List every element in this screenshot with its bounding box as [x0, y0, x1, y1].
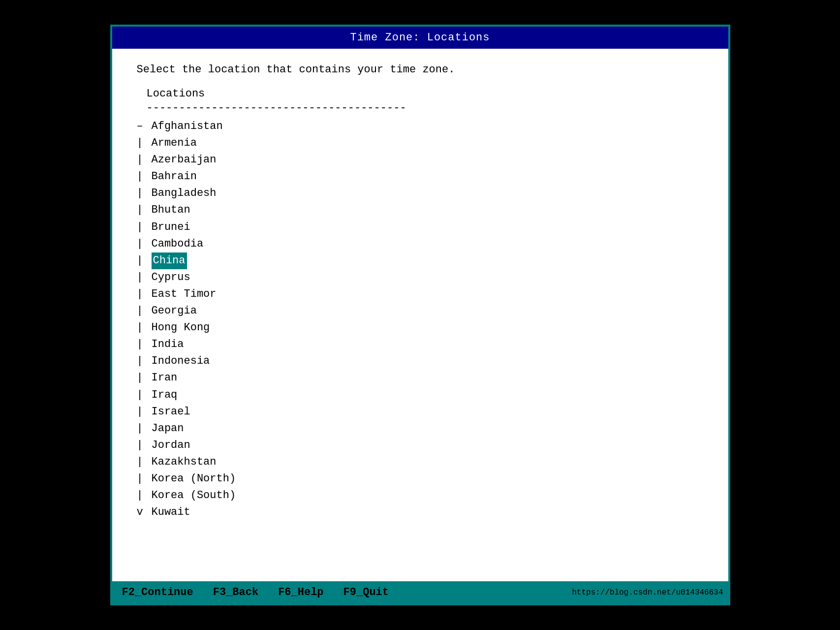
list-item[interactable]: |Iran	[137, 370, 704, 386]
footer-key[interactable]: F2_Continue	[122, 586, 193, 598]
list-item[interactable]: |East Timor	[137, 286, 704, 303]
separator: ----------------------------------------	[147, 102, 704, 114]
window-title: Time Zone: Locations	[350, 32, 490, 44]
list-item[interactable]: |India	[137, 336, 704, 353]
footer-bar: F2_ContinueF3_BackF6_HelpF9_Quithttps://…	[112, 581, 728, 603]
footer-key[interactable]: F6_Help	[278, 586, 323, 598]
list-item[interactable]: |Cyprus	[137, 269, 704, 286]
locations-label: Locations	[147, 88, 704, 100]
list-item-text: Japan	[152, 420, 184, 437]
list-item-prefix: |	[137, 236, 152, 252]
list-item-prefix: |	[137, 319, 152, 336]
list-item[interactable]: |Japan	[137, 420, 704, 437]
list-item[interactable]: |Korea (South)	[137, 487, 704, 504]
list-item-text: Iran	[152, 370, 178, 386]
title-bar: Time Zone: Locations	[112, 27, 728, 49]
list-item-text: Kazakhstan	[152, 454, 217, 471]
list-item[interactable]: |Israel	[137, 404, 704, 420]
instruction-text: Select the location that contains your t…	[137, 63, 704, 76]
list-item[interactable]: |Hong Kong	[137, 319, 704, 336]
list-item-prefix: –	[137, 118, 152, 135]
list-item[interactable]: –Afghanistan	[137, 118, 704, 135]
list-item[interactable]: |Azerbaijan	[137, 152, 704, 168]
list-item-prefix: |	[137, 219, 152, 236]
list-item[interactable]: |Indonesia	[137, 353, 704, 370]
list-item-prefix: |	[137, 135, 152, 152]
list-item-text: Armenia	[152, 135, 197, 152]
list-item-text: Georgia	[152, 303, 197, 319]
main-window: Time Zone: Locations Select the location…	[110, 25, 730, 605]
list-item-prefix: |	[137, 471, 152, 487]
list-item-prefix: |	[137, 185, 152, 202]
list-item-text: Korea (North)	[152, 471, 236, 487]
list-item[interactable]: |Bahrain	[137, 168, 704, 185]
list-item-text: Korea (South)	[152, 487, 236, 504]
footer-key[interactable]: F9_Quit	[343, 586, 389, 598]
list-item-text: Iraq	[152, 387, 178, 404]
list-item-text: Cambodia	[152, 236, 204, 252]
list-item-prefix: |	[137, 303, 152, 319]
footer-url: https://blog.csdn.net/u014346634	[572, 588, 723, 597]
list-item-prefix: |	[137, 454, 152, 471]
list-item-text: Bahrain	[152, 168, 197, 185]
list-item-text: Jordan	[152, 437, 190, 454]
list-item-prefix: |	[137, 269, 152, 286]
list-item-prefix: |	[137, 336, 152, 353]
list-item[interactable]: |Cambodia	[137, 236, 704, 252]
footer-key[interactable]: F3_Back	[213, 586, 258, 598]
list-item-prefix: |	[137, 353, 152, 370]
list-item-text: China	[152, 252, 187, 269]
list-item-text: Bhutan	[152, 202, 190, 219]
list-item[interactable]: |Iraq	[137, 387, 704, 404]
list-item-text: Hong Kong	[152, 319, 210, 336]
list-item[interactable]: |Korea (North)	[137, 471, 704, 487]
list-item-prefix: |	[137, 404, 152, 420]
list-item[interactable]: |Bangladesh	[137, 185, 704, 202]
location-list: –Afghanistan|Armenia|Azerbaijan|Bahrain|…	[137, 118, 704, 521]
list-item-prefix: |	[137, 420, 152, 437]
list-item-text: Brunei	[152, 219, 190, 236]
list-item-text: Bangladesh	[152, 185, 217, 202]
list-item-prefix: |	[137, 202, 152, 219]
list-item[interactable]: |China	[137, 252, 704, 269]
list-item-text: Israel	[152, 404, 190, 420]
list-item-text: Azerbaijan	[152, 152, 217, 168]
list-item-prefix: |	[137, 487, 152, 504]
list-item[interactable]: |Bhutan	[137, 202, 704, 219]
list-item[interactable]: |Brunei	[137, 219, 704, 236]
list-item-text: East Timor	[152, 286, 217, 303]
list-item-prefix: |	[137, 252, 152, 269]
list-item-text: India	[152, 336, 184, 353]
list-item[interactable]: |Armenia	[137, 135, 704, 152]
list-item-prefix: v	[137, 504, 152, 521]
list-item-prefix: |	[137, 387, 152, 404]
list-item[interactable]: |Jordan	[137, 437, 704, 454]
list-item-text: Afghanistan	[152, 118, 223, 135]
list-item[interactable]: |Kazakhstan	[137, 454, 704, 471]
list-item-prefix: |	[137, 168, 152, 185]
list-item-text: Cyprus	[152, 269, 190, 286]
list-item-text: Kuwait	[152, 504, 190, 521]
list-item-prefix: |	[137, 286, 152, 303]
list-item-prefix: |	[137, 437, 152, 454]
main-content: Select the location that contains your t…	[112, 49, 728, 581]
list-item[interactable]: |Georgia	[137, 303, 704, 319]
list-item-text: Indonesia	[152, 353, 210, 370]
list-item-prefix: |	[137, 152, 152, 168]
list-item-prefix: |	[137, 370, 152, 386]
list-item[interactable]: vKuwait	[137, 504, 704, 521]
